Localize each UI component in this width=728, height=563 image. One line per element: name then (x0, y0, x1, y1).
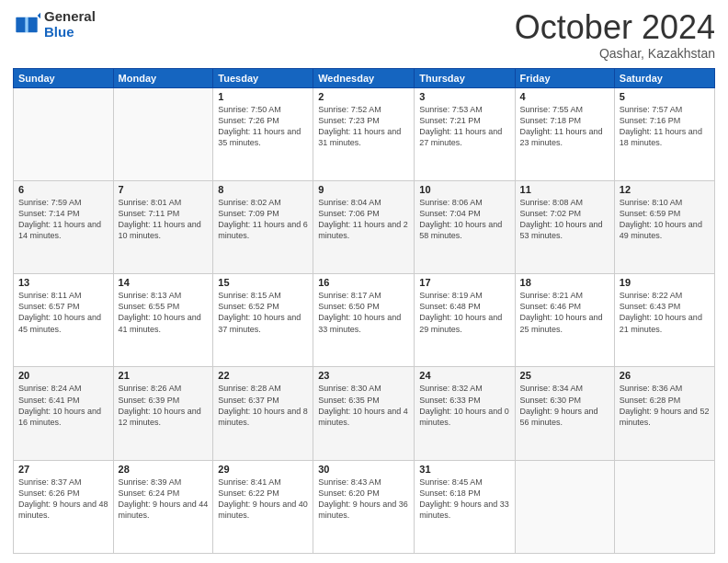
cell-info-text: Sunrise: 7:53 AM Sunset: 7:21 PM Dayligh… (419, 104, 509, 149)
calendar-cell: 6Sunrise: 7:59 AM Sunset: 7:14 PM Daylig… (14, 180, 114, 273)
calendar-cell: 30Sunrise: 8:43 AM Sunset: 6:20 PM Dayli… (313, 460, 415, 553)
cell-info-text: Sunrise: 8:39 AM Sunset: 6:24 PM Dayligh… (119, 477, 209, 522)
cell-day-number: 22 (218, 370, 308, 381)
calendar-cell: 17Sunrise: 8:19 AM Sunset: 6:48 PM Dayli… (415, 274, 515, 367)
calendar-cell: 26Sunrise: 8:36 AM Sunset: 6:28 PM Dayli… (614, 367, 714, 460)
cell-info-text: Sunrise: 7:52 AM Sunset: 7:23 PM Dayligh… (318, 104, 409, 149)
cell-day-number: 31 (419, 464, 509, 475)
cell-info-text: Sunrise: 8:26 AM Sunset: 6:39 PM Dayligh… (119, 383, 209, 428)
week-row-3: 13Sunrise: 8:11 AM Sunset: 6:57 PM Dayli… (14, 274, 715, 367)
logo-general-text: General (44, 9, 96, 25)
cell-info-text: Sunrise: 8:13 AM Sunset: 6:55 PM Dayligh… (119, 290, 209, 335)
calendar-cell: 2Sunrise: 7:52 AM Sunset: 7:23 PM Daylig… (313, 87, 415, 180)
cell-info-text: Sunrise: 8:36 AM Sunset: 6:28 PM Dayligh… (620, 383, 710, 428)
week-row-1: 1Sunrise: 7:50 AM Sunset: 7:26 PM Daylig… (14, 87, 715, 180)
calendar-cell: 1Sunrise: 7:50 AM Sunset: 7:26 PM Daylig… (213, 87, 313, 180)
calendar-cell (614, 460, 714, 553)
calendar-cell: 12Sunrise: 8:10 AM Sunset: 6:59 PM Dayli… (614, 180, 714, 273)
weekday-header-thursday: Thursday (415, 68, 515, 87)
cell-day-number: 5 (620, 91, 710, 102)
cell-info-text: Sunrise: 8:43 AM Sunset: 6:20 PM Dayligh… (318, 477, 409, 522)
cell-info-text: Sunrise: 8:04 AM Sunset: 7:06 PM Dayligh… (318, 197, 409, 242)
cell-day-number: 29 (218, 464, 308, 475)
week-row-2: 6Sunrise: 7:59 AM Sunset: 7:14 PM Daylig… (14, 180, 715, 273)
cell-info-text: Sunrise: 7:57 AM Sunset: 7:16 PM Dayligh… (620, 104, 710, 149)
cell-info-text: Sunrise: 8:02 AM Sunset: 7:09 PM Dayligh… (218, 197, 308, 242)
calendar-cell (515, 460, 614, 553)
cell-day-number: 10 (419, 184, 509, 195)
cell-day-number: 28 (119, 464, 209, 475)
calendar-cell: 28Sunrise: 8:39 AM Sunset: 6:24 PM Dayli… (113, 460, 213, 553)
cell-info-text: Sunrise: 7:55 AM Sunset: 7:18 PM Dayligh… (520, 104, 609, 149)
cell-info-text: Sunrise: 8:15 AM Sunset: 6:52 PM Dayligh… (218, 290, 308, 335)
cell-day-number: 16 (318, 277, 409, 288)
cell-day-number: 14 (119, 277, 209, 288)
calendar-cell: 21Sunrise: 8:26 AM Sunset: 6:39 PM Dayli… (113, 367, 213, 460)
calendar-cell: 18Sunrise: 8:21 AM Sunset: 6:46 PM Dayli… (515, 274, 614, 367)
calendar-cell: 24Sunrise: 8:32 AM Sunset: 6:33 PM Dayli… (415, 367, 515, 460)
weekday-header-tuesday: Tuesday (213, 68, 313, 87)
cell-day-number: 25 (520, 370, 609, 381)
calendar-cell: 3Sunrise: 7:53 AM Sunset: 7:21 PM Daylig… (415, 87, 515, 180)
cell-day-number: 11 (520, 184, 609, 195)
cell-info-text: Sunrise: 8:10 AM Sunset: 6:59 PM Dayligh… (620, 197, 710, 242)
calendar-cell: 27Sunrise: 8:37 AM Sunset: 6:26 PM Dayli… (14, 460, 114, 553)
cell-day-number: 4 (520, 91, 609, 102)
svg-rect-1 (16, 17, 26, 32)
calendar-cell: 10Sunrise: 8:06 AM Sunset: 7:04 PM Dayli… (415, 180, 515, 273)
cell-day-number: 3 (419, 91, 509, 102)
calendar-table: SundayMondayTuesdayWednesdayThursdayFrid… (13, 68, 715, 554)
cell-info-text: Sunrise: 8:28 AM Sunset: 6:37 PM Dayligh… (218, 383, 308, 428)
logo-icon (13, 11, 40, 39)
weekday-header-sunday: Sunday (14, 68, 114, 87)
cell-info-text: Sunrise: 8:22 AM Sunset: 6:43 PM Dayligh… (620, 290, 710, 335)
calendar-cell: 14Sunrise: 8:13 AM Sunset: 6:55 PM Dayli… (113, 274, 213, 367)
calendar-cell: 15Sunrise: 8:15 AM Sunset: 6:52 PM Dayli… (213, 274, 313, 367)
calendar-cell: 20Sunrise: 8:24 AM Sunset: 6:41 PM Dayli… (14, 367, 114, 460)
cell-info-text: Sunrise: 8:24 AM Sunset: 6:41 PM Dayligh… (18, 383, 108, 428)
logo: General Blue (13, 9, 96, 40)
cell-day-number: 19 (620, 277, 710, 288)
calendar-cell: 5Sunrise: 7:57 AM Sunset: 7:16 PM Daylig… (614, 87, 714, 180)
cell-info-text: Sunrise: 8:41 AM Sunset: 6:22 PM Dayligh… (218, 477, 308, 522)
cell-day-number: 17 (419, 277, 509, 288)
header: General Blue October 2024 Qashar, Kazakh… (13, 9, 715, 61)
cell-info-text: Sunrise: 8:01 AM Sunset: 7:11 PM Dayligh… (119, 197, 209, 242)
cell-info-text: Sunrise: 8:11 AM Sunset: 6:57 PM Dayligh… (18, 290, 108, 335)
logo-blue-text: Blue (44, 25, 96, 40)
weekday-header-saturday: Saturday (614, 68, 714, 87)
cell-info-text: Sunrise: 8:08 AM Sunset: 7:02 PM Dayligh… (520, 197, 609, 242)
cell-info-text: Sunrise: 8:06 AM Sunset: 7:04 PM Dayligh… (419, 197, 509, 242)
calendar-cell: 22Sunrise: 8:28 AM Sunset: 6:37 PM Dayli… (213, 367, 313, 460)
cell-day-number: 27 (18, 464, 108, 475)
cell-day-number: 1 (218, 91, 308, 102)
cell-info-text: Sunrise: 8:19 AM Sunset: 6:48 PM Dayligh… (419, 290, 509, 335)
weekday-header-wednesday: Wednesday (313, 68, 415, 87)
cell-day-number: 30 (318, 464, 409, 475)
calendar-cell: 31Sunrise: 8:45 AM Sunset: 6:18 PM Dayli… (415, 460, 515, 553)
cell-day-number: 9 (318, 184, 409, 195)
cell-info-text: Sunrise: 8:37 AM Sunset: 6:26 PM Dayligh… (18, 477, 108, 522)
calendar-cell: 23Sunrise: 8:30 AM Sunset: 6:35 PM Dayli… (313, 367, 415, 460)
cell-day-number: 23 (318, 370, 409, 381)
cell-info-text: Sunrise: 8:32 AM Sunset: 6:33 PM Dayligh… (419, 383, 509, 428)
cell-day-number: 7 (119, 184, 209, 195)
cell-day-number: 2 (318, 91, 409, 102)
cell-day-number: 8 (218, 184, 308, 195)
cell-day-number: 24 (419, 370, 509, 381)
cell-day-number: 18 (520, 277, 609, 288)
week-row-4: 20Sunrise: 8:24 AM Sunset: 6:41 PM Dayli… (14, 367, 715, 460)
cell-day-number: 20 (18, 370, 108, 381)
calendar-cell: 7Sunrise: 8:01 AM Sunset: 7:11 PM Daylig… (113, 180, 213, 273)
calendar-cell: 9Sunrise: 8:04 AM Sunset: 7:06 PM Daylig… (313, 180, 415, 273)
cell-info-text: Sunrise: 8:21 AM Sunset: 6:46 PM Dayligh… (520, 290, 609, 335)
cell-day-number: 15 (218, 277, 308, 288)
cell-info-text: Sunrise: 7:50 AM Sunset: 7:26 PM Dayligh… (218, 104, 308, 149)
title-block: October 2024 Qashar, Kazakhstan (515, 9, 715, 61)
weekday-header-row: SundayMondayTuesdayWednesdayThursdayFrid… (14, 68, 715, 87)
cell-info-text: Sunrise: 8:30 AM Sunset: 6:35 PM Dayligh… (318, 383, 409, 428)
location: Qashar, Kazakhstan (515, 46, 715, 61)
calendar-cell: 8Sunrise: 8:02 AM Sunset: 7:09 PM Daylig… (213, 180, 313, 273)
calendar-cell: 25Sunrise: 8:34 AM Sunset: 6:30 PM Dayli… (515, 367, 614, 460)
week-row-5: 27Sunrise: 8:37 AM Sunset: 6:26 PM Dayli… (14, 460, 715, 553)
